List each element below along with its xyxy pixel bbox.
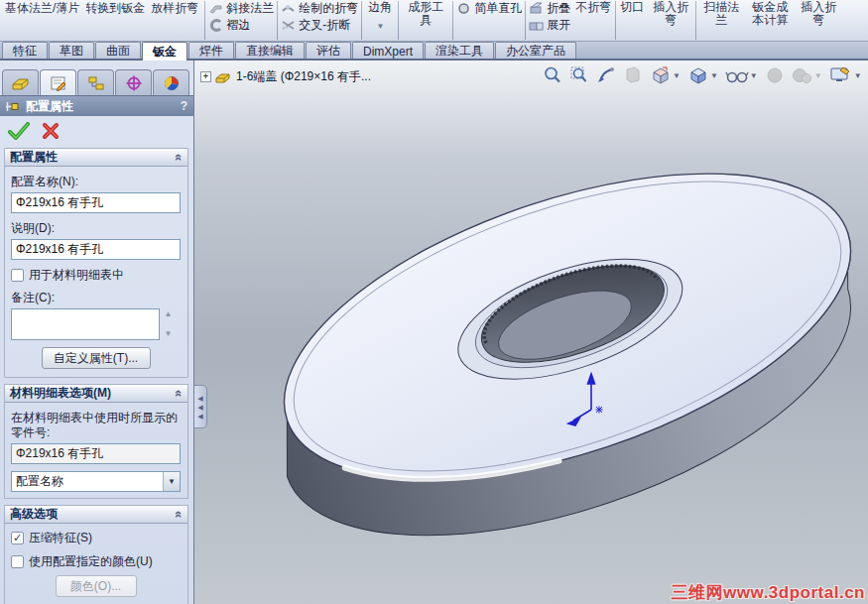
- zoom-to-fit-button[interactable]: [542, 64, 563, 86]
- suppress-features-row[interactable]: ✓ 压缩特征(S): [11, 530, 181, 546]
- corners-button[interactable]: 边角 ▼: [363, 0, 397, 41]
- cancel-button[interactable]: [42, 122, 60, 140]
- corners-caret-icon[interactable]: ▼: [376, 23, 384, 31]
- apply-scene-icon: [792, 65, 813, 85]
- scroll-up-icon[interactable]: ▲: [162, 310, 175, 318]
- fold-label: 折叠: [547, 1, 570, 16]
- tree-expand-icon[interactable]: +: [200, 71, 211, 82]
- apply-scene-caret-icon[interactable]: ▼: [814, 71, 822, 80]
- tab-dimxpert[interactable]: DimXpert: [352, 42, 424, 59]
- propertymanager-header: 配置属性 ?: [0, 95, 193, 116]
- hem-label: 褶边: [226, 18, 250, 33]
- tab-evaluate[interactable]: 评估: [306, 42, 351, 59]
- view-settings-caret-icon[interactable]: ▼: [854, 71, 862, 80]
- configuration-properties-body: 配置名称(N): 说明(D): 用于材料明细表中 备注(C): ▲ ▼: [5, 167, 187, 377]
- sketched-bend-icon: [281, 2, 296, 15]
- comment-scrollbar[interactable]: ▲ ▼: [162, 308, 175, 340]
- suppress-features-checkbox[interactable]: ✓: [11, 532, 24, 544]
- feature-tree-root[interactable]: + 1-6端盖 (Φ219×16 有手...: [200, 68, 371, 85]
- collapse-arrow-icon: ◀: [197, 413, 202, 420]
- base-flange-button[interactable]: 基体法兰/薄片: [2, 1, 82, 16]
- displaymanager-tab[interactable]: [153, 69, 189, 95]
- use-config-color-row[interactable]: 使用配置指定的颜色(U): [11, 553, 181, 570]
- cross-break-label: 交叉-折断: [299, 18, 350, 33]
- collapse-chevron-icon[interactable]: «: [172, 154, 186, 161]
- view-settings-button[interactable]: ▼: [828, 64, 863, 86]
- description-input[interactable]: [11, 239, 181, 260]
- section-title: 高级选项: [10, 506, 58, 523]
- miter-flange-button[interactable]: 斜接法兰: [206, 0, 276, 17]
- lofted-bend-button[interactable]: 放样折弯: [148, 1, 201, 16]
- configuration-properties-section-header[interactable]: 配置属性 «: [5, 149, 187, 167]
- featuremanager-tab[interactable]: [2, 69, 39, 95]
- panel-resize-handle[interactable]: ◀ ◀ ◀: [194, 385, 207, 428]
- collapse-chevron-icon[interactable]: «: [172, 511, 186, 518]
- tab-sketch[interactable]: 草图: [49, 42, 94, 59]
- collapse-chevron-icon[interactable]: «: [172, 390, 186, 397]
- forming-tool-button[interactable]: 成形工具: [400, 0, 451, 41]
- hide-show-caret-icon[interactable]: ▼: [750, 71, 758, 80]
- hem-button[interactable]: 褶边: [206, 17, 276, 34]
- dropdown-arrow-icon[interactable]: ▼: [163, 472, 180, 491]
- advanced-options-section-header[interactable]: 高级选项 «: [5, 506, 187, 524]
- ok-button[interactable]: [8, 122, 30, 140]
- insert-bends-button[interactable]: 插入折弯: [647, 0, 694, 41]
- config-name-input[interactable]: [11, 192, 181, 213]
- graphics-viewport[interactable]: + 1-6端盖 (Φ219×16 有手...: [194, 60, 868, 604]
- hem-icon: [208, 19, 223, 32]
- ribbon-separator: [277, 1, 278, 40]
- tab-weldments[interactable]: 焊件: [188, 42, 234, 59]
- apply-scene-button[interactable]: ▼: [791, 64, 823, 86]
- dimxpertmanager-tab[interactable]: [115, 69, 152, 95]
- rip-label: 切口: [620, 1, 644, 14]
- sketched-bend-button[interactable]: 绘制的折弯: [279, 0, 360, 17]
- convert-to-sheetmetal-button[interactable]: 转换到钣金: [82, 1, 148, 16]
- tab-office-products[interactable]: 办公室产品: [495, 42, 576, 59]
- tab-label: 焊件: [199, 43, 223, 60]
- color-button[interactable]: 颜色(O)...: [56, 575, 137, 597]
- hide-show-items-button[interactable]: ▼: [724, 64, 759, 86]
- model-end-cap[interactable]: [194, 60, 868, 604]
- edit-appearance-button[interactable]: [764, 64, 786, 86]
- tab-direct-editing[interactable]: 直接编辑: [235, 42, 305, 59]
- view-orientation-caret-icon[interactable]: ▼: [673, 71, 681, 80]
- sheetmetal-cost-button[interactable]: 钣金成本计算: [745, 0, 795, 41]
- simple-hole-button[interactable]: 简单直孔: [454, 0, 524, 17]
- help-button[interactable]: ?: [181, 99, 187, 113]
- bom-source-dropdown[interactable]: 配置名称 ▼: [11, 471, 181, 492]
- comment-textarea[interactable]: [11, 308, 160, 340]
- zoom-to-area-button[interactable]: [568, 64, 590, 86]
- ribbon-separator: [361, 1, 362, 40]
- propertymanager-tab[interactable]: [40, 69, 76, 95]
- propertymanager-header-icon: [6, 101, 21, 112]
- use-config-color-checkbox[interactable]: [11, 555, 24, 568]
- no-bends-button[interactable]: 不折弯: [572, 0, 614, 41]
- tab-features[interactable]: 特征: [2, 42, 48, 59]
- display-style-caret-icon[interactable]: ▼: [710, 71, 718, 80]
- rip-button[interactable]: 切口: [617, 0, 647, 41]
- bom-part-number-input[interactable]: [11, 443, 181, 464]
- insert-bends2-button[interactable]: 插入折弯: [795, 0, 842, 41]
- fold-button[interactable]: 折叠: [527, 0, 572, 17]
- display-style-button[interactable]: ▼: [686, 64, 719, 86]
- custom-properties-button[interactable]: 自定义属性(T)...: [42, 347, 151, 369]
- use-in-bom-checkbox[interactable]: [11, 269, 24, 282]
- cross-break-button[interactable]: 交叉-折断: [279, 17, 360, 34]
- swept-flange-button[interactable]: 扫描法兰: [697, 0, 745, 41]
- tab-sheetmetal[interactable]: 钣金: [142, 42, 187, 60]
- section-view-button[interactable]: [622, 64, 644, 86]
- tab-render-tools[interactable]: 渲染工具: [425, 42, 494, 59]
- unfold-button[interactable]: 展开: [527, 17, 572, 34]
- tab-label: 渲染工具: [435, 43, 483, 60]
- section-view-icon: [623, 65, 643, 85]
- scroll-down-icon[interactable]: ▼: [162, 330, 175, 338]
- previous-view-button[interactable]: [595, 64, 617, 86]
- view-orientation-button[interactable]: ▼: [649, 64, 682, 86]
- tab-surfaces[interactable]: 曲面: [95, 42, 141, 59]
- bom-options-section-header[interactable]: 材料明细表选项(M) «: [5, 385, 187, 403]
- confirm-bar: [0, 116, 193, 146]
- section-title: 配置属性: [10, 149, 58, 166]
- configurationmanager-tab[interactable]: [77, 69, 114, 95]
- use-in-bom-checkbox-row[interactable]: 用于材料明细表中: [11, 267, 181, 284]
- tree-root-label[interactable]: 1-6端盖 (Φ219×16 有手...: [236, 68, 371, 85]
